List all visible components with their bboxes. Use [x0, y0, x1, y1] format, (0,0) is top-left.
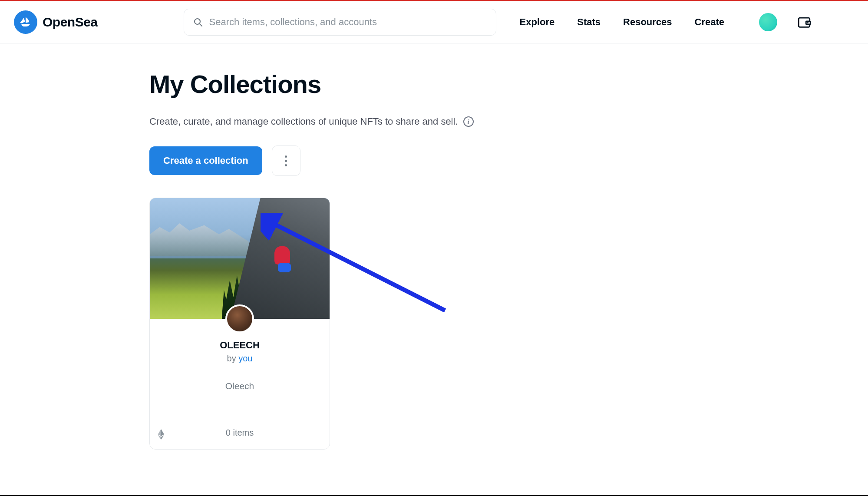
- nav-explore[interactable]: Explore: [520, 17, 555, 28]
- collection-name: OLEECH: [157, 340, 323, 351]
- logo[interactable]: OpenSea: [14, 10, 98, 34]
- page-title: My Collections: [149, 69, 584, 99]
- nav-stats[interactable]: Stats: [577, 17, 601, 28]
- collection-description: Oleech: [157, 381, 323, 391]
- user-avatar[interactable]: [759, 13, 777, 31]
- info-icon[interactable]: i: [463, 116, 474, 127]
- ethereum-icon: [158, 429, 165, 440]
- svg-line-1: [199, 23, 202, 26]
- action-row: Create a collection: [149, 145, 584, 176]
- logo-mark: [14, 10, 37, 34]
- main: My Collections Create, curate, and manag…: [0, 43, 868, 450]
- content: My Collections Create, curate, and manag…: [149, 69, 584, 450]
- collection-banner-image: [150, 198, 330, 319]
- wallet-button[interactable]: [796, 14, 812, 30]
- collection-byline: by you: [157, 354, 323, 364]
- nav-create[interactable]: Create: [695, 17, 724, 28]
- header-right: [759, 13, 812, 31]
- create-collection-button[interactable]: Create a collection: [149, 146, 262, 175]
- subtitle-row: Create, curate, and manage collections o…: [149, 116, 584, 127]
- more-options-button[interactable]: [272, 145, 300, 176]
- svg-point-4: [807, 22, 809, 23]
- search-input[interactable]: [209, 17, 487, 28]
- search-icon: [193, 17, 203, 27]
- by-label: by: [227, 354, 239, 363]
- search-box[interactable]: [184, 9, 496, 36]
- wallet-icon: [797, 15, 812, 30]
- collection-item-count: 0 items: [157, 428, 323, 438]
- opensea-ship-icon: [18, 15, 33, 30]
- header: OpenSea Explore Stats Resources Create: [0, 1, 868, 43]
- collection-card[interactable]: OLEECH by you Oleech 0 items: [149, 198, 330, 450]
- logo-text: OpenSea: [43, 15, 98, 30]
- nav-resources[interactable]: Resources: [623, 17, 672, 28]
- page-subtitle: Create, curate, and manage collections o…: [149, 116, 458, 127]
- collection-author-link[interactable]: you: [238, 354, 252, 363]
- collection-card-body: OLEECH by you Oleech 0 items: [150, 319, 330, 449]
- kebab-icon: [285, 155, 287, 166]
- primary-nav: Explore Stats Resources Create: [520, 17, 725, 28]
